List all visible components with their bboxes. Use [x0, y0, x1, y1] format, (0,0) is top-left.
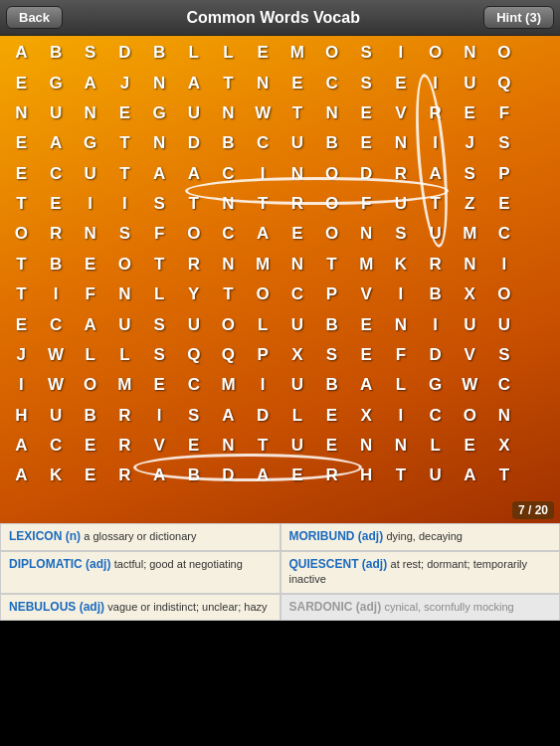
- grid-cell[interactable]: T: [107, 128, 142, 158]
- grid-cell[interactable]: E: [107, 98, 142, 128]
- grid-cell[interactable]: D: [246, 401, 280, 431]
- grid-cell[interactable]: U: [384, 189, 419, 219]
- grid-cell[interactable]: G: [418, 370, 453, 400]
- grid-cell[interactable]: A: [176, 159, 211, 189]
- grid-cell[interactable]: N: [349, 431, 384, 461]
- grid-cell[interactable]: I: [142, 401, 177, 431]
- grid-cell[interactable]: R: [107, 461, 142, 490]
- grid-cell[interactable]: B: [73, 401, 107, 431]
- grid-cell[interactable]: C: [487, 370, 522, 400]
- grid-cell[interactable]: A: [4, 38, 39, 68]
- grid-cell[interactable]: B: [176, 461, 211, 490]
- grid-cell[interactable]: X: [280, 340, 315, 370]
- grid-cell[interactable]: V: [349, 280, 384, 309]
- grid-cell[interactable]: E: [349, 98, 384, 128]
- grid-cell[interactable]: O: [4, 219, 39, 249]
- hint-button[interactable]: Hint (3): [483, 6, 554, 29]
- grid-cell[interactable]: T: [142, 250, 177, 280]
- grid-cell[interactable]: E: [73, 250, 107, 280]
- grid-cell[interactable]: A: [349, 370, 384, 400]
- grid-cell[interactable]: T: [4, 280, 39, 309]
- grid-cell[interactable]: N: [384, 431, 419, 461]
- grid-cell[interactable]: D: [211, 461, 246, 490]
- grid-cell[interactable]: O: [176, 219, 211, 249]
- grid-cell[interactable]: I: [487, 250, 522, 280]
- grid-cell[interactable]: X: [349, 401, 384, 431]
- grid-cell[interactable]: Z: [453, 189, 487, 219]
- grid-cell[interactable]: E: [314, 431, 349, 461]
- grid-cell[interactable]: J: [4, 340, 39, 370]
- grid-cell[interactable]: C: [211, 219, 246, 249]
- grid-cell[interactable]: U: [453, 68, 487, 97]
- back-button[interactable]: Back: [6, 6, 63, 29]
- grid-cell[interactable]: B: [314, 370, 349, 400]
- grid-cell[interactable]: N: [246, 68, 280, 97]
- grid-cell[interactable]: N: [453, 38, 487, 68]
- grid-cell[interactable]: Q: [211, 340, 246, 370]
- grid-cell[interactable]: A: [4, 461, 39, 490]
- grid-cell[interactable]: S: [487, 128, 522, 158]
- grid-cell[interactable]: S: [107, 219, 142, 249]
- grid-cell[interactable]: N: [453, 250, 487, 280]
- grid-cell[interactable]: H: [4, 401, 39, 431]
- grid-cell[interactable]: [521, 159, 556, 189]
- grid-cell[interactable]: E: [39, 189, 74, 219]
- grid-cell[interactable]: E: [176, 431, 211, 461]
- grid-cell[interactable]: [521, 189, 556, 219]
- grid-cell[interactable]: [521, 250, 556, 280]
- grid-cell[interactable]: W: [39, 340, 74, 370]
- grid-cell[interactable]: T: [4, 250, 39, 280]
- grid-cell[interactable]: L: [107, 340, 142, 370]
- grid-cell[interactable]: U: [418, 219, 453, 249]
- grid-cell[interactable]: I: [418, 128, 453, 158]
- grid-cell[interactable]: T: [211, 68, 246, 97]
- grid-cell[interactable]: E: [142, 370, 177, 400]
- grid-cell[interactable]: B: [314, 309, 349, 339]
- grid-cell[interactable]: B: [418, 280, 453, 309]
- grid-cell[interactable]: B: [211, 128, 246, 158]
- grid-cell[interactable]: R: [418, 250, 453, 280]
- grid-cell[interactable]: W: [39, 370, 74, 400]
- grid-cell[interactable]: O: [246, 280, 280, 309]
- grid-cell[interactable]: N: [314, 98, 349, 128]
- grid-cell[interactable]: S: [349, 68, 384, 97]
- grid-cell[interactable]: A: [246, 219, 280, 249]
- grid-cell[interactable]: U: [107, 309, 142, 339]
- grid-cell[interactable]: U: [487, 309, 522, 339]
- grid-cell[interactable]: S: [453, 159, 487, 189]
- grid-cell[interactable]: I: [4, 370, 39, 400]
- grid-cell[interactable]: N: [4, 98, 39, 128]
- grid-cell[interactable]: F: [384, 340, 419, 370]
- grid-cell[interactable]: C: [39, 309, 74, 339]
- grid-cell[interactable]: O: [73, 370, 107, 400]
- grid-cell[interactable]: T: [487, 461, 522, 490]
- grid-cell[interactable]: U: [453, 309, 487, 339]
- grid-cell[interactable]: W: [246, 98, 280, 128]
- grid-cell[interactable]: P: [246, 340, 280, 370]
- grid-cell[interactable]: O: [314, 38, 349, 68]
- grid-cell[interactable]: Y: [176, 280, 211, 309]
- grid-cell[interactable]: S: [142, 340, 177, 370]
- grid-cell[interactable]: L: [418, 431, 453, 461]
- grid-cell[interactable]: A: [176, 68, 211, 97]
- grid-cell[interactable]: [521, 401, 556, 431]
- grid-cell[interactable]: M: [246, 250, 280, 280]
- grid-cell[interactable]: R: [418, 98, 453, 128]
- grid-cell[interactable]: E: [349, 340, 384, 370]
- grid-cell[interactable]: I: [107, 189, 142, 219]
- grid-cell[interactable]: U: [280, 309, 315, 339]
- grid-cell[interactable]: C: [39, 431, 74, 461]
- grid-cell[interactable]: J: [107, 68, 142, 97]
- grid-cell[interactable]: U: [280, 370, 315, 400]
- grid-cell[interactable]: U: [73, 159, 107, 189]
- grid-cell[interactable]: [521, 98, 556, 128]
- grid-cell[interactable]: O: [487, 38, 522, 68]
- grid-cell[interactable]: C: [176, 370, 211, 400]
- grid-cell[interactable]: P: [314, 280, 349, 309]
- grid-cell[interactable]: D: [349, 159, 384, 189]
- grid-cell[interactable]: E: [314, 401, 349, 431]
- grid-cell[interactable]: I: [418, 68, 453, 97]
- grid-cell[interactable]: U: [176, 309, 211, 339]
- grid-cell[interactable]: B: [142, 38, 177, 68]
- grid-cell[interactable]: L: [246, 309, 280, 339]
